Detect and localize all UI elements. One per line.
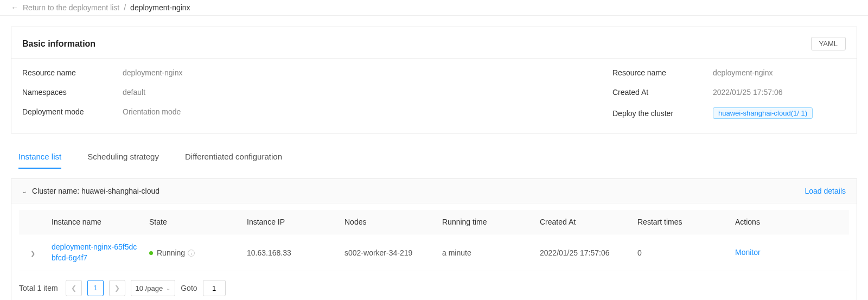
breadcrumb-separator: / <box>124 3 126 12</box>
cell-running_time: a minute <box>437 234 534 271</box>
info-row: Resource namedeployment-nginx <box>612 68 846 77</box>
state-text: Running <box>157 248 185 257</box>
info-label: Created At <box>612 88 713 97</box>
tabs: Instance listScheduling strategyDifferen… <box>11 144 857 169</box>
pagination-size-select[interactable]: 10 /page ⌄ <box>131 280 176 296</box>
basic-info-title: Basic information <box>22 39 95 49</box>
cell-instance_ip: 10.63.168.33 <box>241 234 339 271</box>
info-value: deployment-nginx <box>713 68 773 77</box>
pagination-total: Total 1 item <box>19 284 58 292</box>
tab-scheduling-strategy[interactable]: Scheduling strategy <box>87 148 159 168</box>
info-icon[interactable]: i <box>188 250 195 257</box>
pagination-page-1[interactable]: 1 <box>87 280 104 296</box>
pagination-size-label: 10 /page <box>136 284 163 292</box>
col-header: Instance IP <box>241 210 339 234</box>
monitor-action[interactable]: Monitor <box>735 248 761 257</box>
col-header: Actions <box>730 210 849 234</box>
pagination-next[interactable]: ❯ <box>109 280 125 296</box>
info-label: Deploy the cluster <box>612 109 713 118</box>
info-value: Orientation mode <box>123 107 181 116</box>
col-header: Instance name <box>46 210 144 234</box>
breadcrumb-current: deployment-nginx <box>130 3 190 12</box>
info-row: Namespacesdefault <box>22 88 612 97</box>
state-dot-icon <box>149 251 153 255</box>
col-header: Running time <box>437 210 534 234</box>
col-header: Restart times <box>632 210 730 234</box>
info-row: Created At2022/01/25 17:57:06 <box>612 88 846 97</box>
info-value: deployment-nginx <box>123 68 183 77</box>
cluster-tag[interactable]: huawei-shanghai-cloud(1/ 1) <box>713 107 813 119</box>
instance-name-link[interactable]: deployment-nginx-65f5dcbfcd-6g4f7 <box>52 242 138 263</box>
pagination-goto-input[interactable] <box>203 280 226 296</box>
info-label: Namespaces <box>22 88 123 97</box>
info-value: 2022/01/25 17:57:06 <box>713 88 782 97</box>
expand-row-icon[interactable]: ❯ <box>30 250 35 257</box>
pagination-goto-label: Goto <box>181 284 197 292</box>
chevron-down-icon: ⌄ <box>166 285 170 291</box>
breadcrumb: ← Return to the deployment list / deploy… <box>0 0 868 16</box>
pagination: Total 1 item ❮ 1 ❯ 10 /page ⌄ Goto <box>19 271 849 300</box>
load-details-link[interactable]: Load details <box>805 187 846 195</box>
cell-restart_times: 0 <box>632 234 730 271</box>
info-row: Resource namedeployment-nginx <box>22 68 612 77</box>
cell-nodes: s002-worker-34-219 <box>339 234 437 271</box>
breadcrumb-back-link[interactable]: Return to the deployment list <box>23 3 119 12</box>
col-header: Created At <box>534 210 632 234</box>
table-row: ❯deployment-nginx-65f5dcbfcd-6g4f7Runnin… <box>19 234 849 271</box>
yaml-button[interactable]: YAML <box>811 37 846 50</box>
info-label: Resource name <box>22 68 123 77</box>
chevron-down-icon[interactable]: ⌄ <box>21 188 27 194</box>
col-header: Nodes <box>339 210 437 234</box>
cell-created_at: 2022/01/25 17:57:06 <box>534 234 632 271</box>
info-label: Resource name <box>612 68 713 77</box>
tab-instance-list[interactable]: Instance list <box>18 148 61 169</box>
instance-table: Instance nameStateInstance IPNodesRunnin… <box>19 210 849 271</box>
col-header: State <box>144 210 241 234</box>
info-row: Deploy the clusterhuawei-shanghai-cloud(… <box>612 107 846 119</box>
info-label: Deployment mode <box>22 107 123 116</box>
basic-info-card: Basic information YAML Resource namedepl… <box>11 27 857 133</box>
info-value: default <box>123 88 145 97</box>
pagination-prev[interactable]: ❮ <box>66 280 82 296</box>
tab-differentiated-configuration[interactable]: Differentiated configuration <box>185 148 282 168</box>
info-row: Deployment modeOrientation mode <box>22 107 612 116</box>
cluster-name-label: Cluster name: huawei-shanghai-cloud <box>32 187 159 195</box>
back-arrow-icon[interactable]: ← <box>11 3 18 12</box>
cluster-panel: ⌄ Cluster name: huawei-shanghai-cloud Lo… <box>11 178 857 300</box>
